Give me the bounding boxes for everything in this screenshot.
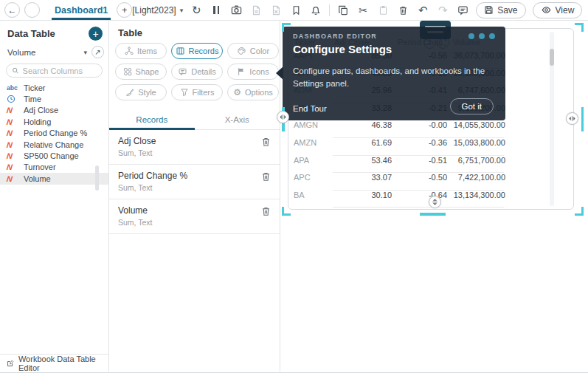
remove-record-button[interactable] [261, 171, 271, 185]
color-button[interactable]: Color [227, 43, 279, 59]
view-button[interactable]: View [533, 2, 583, 18]
scrollbar-thumb[interactable] [550, 49, 554, 66]
delete-button[interactable] [396, 4, 409, 17]
records-axis-tabs: Records X-Axis [109, 111, 280, 130]
button-label: Color [250, 47, 269, 55]
resize-handle-left[interactable] [277, 111, 289, 123]
column-item-time[interactable]: Time [0, 93, 108, 104]
redo-button[interactable]: ↷ [436, 4, 449, 17]
filters-button[interactable]: Filters [171, 84, 223, 100]
resize-handle-right[interactable] [566, 112, 578, 125]
search-input[interactable] [23, 66, 97, 75]
column-item-volume[interactable]: N Volume [0, 173, 108, 184]
cell-adj-close: 53.46 [333, 156, 392, 165]
dashboard-editor-window: ← Dashboard1 + [Light2023] ▾ ↻ [0, 0, 588, 373]
cell-volume: 15,093,800.00 [452, 138, 505, 147]
column-item-adj-close[interactable]: N Adj Close [0, 105, 108, 116]
cell-volume: 13,134,300.00 [452, 191, 505, 199]
save-icon [484, 5, 494, 15]
column-item-holding[interactable]: N Holding [0, 116, 108, 127]
open-data-table-button[interactable]: ↗ [91, 46, 104, 58]
chevron-down-icon: ▾ [180, 7, 184, 14]
paste-button[interactable] [376, 4, 390, 17]
details-button[interactable]: Details [171, 64, 223, 80]
copy-button[interactable] [336, 4, 350, 17]
options-button[interactable]: ⚙ Options [227, 84, 279, 100]
icons-button[interactable]: Icons [227, 64, 279, 80]
h-resize-icon [568, 115, 576, 122]
column-item-sp500-change[interactable]: N SP500 Change [0, 150, 108, 161]
column-label: SP500 Change [24, 151, 79, 160]
column-search[interactable] [6, 64, 103, 78]
search-icon [12, 66, 19, 75]
tab-x-axis[interactable]: X-Axis [195, 111, 280, 129]
table-scrollbar[interactable] [550, 32, 554, 206]
tab-label: Dashboard1 [55, 5, 108, 16]
table-row[interactable]: AMGN 46.38 -0.00 14,055,300.00 [288, 120, 573, 138]
table-row[interactable]: APC 33.07 -0.50 7,422,100.00 [288, 173, 573, 191]
numeric-type-icon: N [6, 106, 18, 114]
copy-icon [338, 5, 348, 16]
resize-handle-bottom[interactable] [429, 196, 441, 208]
chevron-down-icon[interactable]: ▾ [83, 49, 87, 56]
selection-corner [282, 207, 291, 216]
cell-ticker: AMZN [294, 138, 317, 147]
sidebar-scrollbar[interactable] [95, 165, 99, 191]
save-button[interactable]: Save [476, 2, 525, 18]
tour-progress-dots [468, 33, 495, 39]
workbook-data-table-editor-link[interactable]: Workbook Data Table Editor [0, 354, 108, 372]
table-row[interactable]: APA 53.46 -0.51 6,751,700.00 [288, 156, 573, 174]
record-item-volume[interactable]: Volume Sum, Text [109, 199, 280, 234]
dataset-select[interactable]: Volume [7, 48, 83, 57]
export-pdf-button[interactable] [249, 4, 263, 17]
cut-button[interactable]: ✂ [356, 4, 370, 17]
cell-ticker: AMGN [294, 120, 318, 129]
back-button[interactable]: ← [4, 2, 20, 18]
top-toolbar: ← Dashboard1 + [Light2023] ▾ ↻ [0, 0, 588, 21]
column-item-period-change[interactable]: N Period Change % [0, 128, 108, 139]
snapshot-button[interactable] [229, 4, 243, 17]
undo-button[interactable]: ↶ [416, 4, 429, 17]
home-button[interactable] [24, 2, 40, 18]
cell-adj-close: 61.69 [333, 138, 392, 147]
flag-icon [237, 67, 246, 76]
column-item-turnover[interactable]: N Turnover [0, 162, 108, 173]
column-label: Period Change % [24, 129, 87, 137]
record-item-adj-close[interactable]: Adj Close Sum, Text [109, 130, 280, 165]
brush-icon [125, 88, 134, 97]
export-excel-button[interactable] [269, 4, 283, 17]
remove-record-button[interactable] [261, 137, 271, 150]
end-tour-link[interactable]: End Tour [293, 104, 327, 113]
cell-ticker: BA [294, 191, 305, 199]
add-dashboard-button[interactable]: + [117, 2, 132, 18]
column-list: abc Ticker Time N Adj Close N Holding N … [0, 82, 108, 185]
trash-icon [261, 206, 271, 216]
record-item-period-change[interactable]: Period Change % Sum, Text [109, 165, 280, 199]
sidebar-title: Data Table [7, 28, 55, 39]
trash-icon [261, 171, 271, 182]
theme-select[interactable]: [Light2023] ▾ [132, 5, 183, 16]
tab-dashboard1[interactable]: Dashboard1 [52, 0, 111, 20]
shape-button[interactable]: Shape [115, 64, 167, 80]
record-subtitle: Sum, Text [118, 183, 271, 192]
tour-title: Configure Settings [293, 43, 495, 55]
column-label: Turnover [24, 162, 56, 171]
remove-record-button[interactable] [261, 206, 271, 219]
v-resize-icon [432, 198, 438, 206]
alerts-button[interactable] [309, 4, 322, 17]
popover-arrow [276, 66, 283, 80]
tab-records[interactable]: Records [109, 111, 195, 129]
bookmark-button[interactable] [289, 4, 302, 17]
got-it-button[interactable]: Got it [450, 98, 494, 114]
style-button[interactable]: Style [115, 84, 167, 100]
records-button[interactable]: Records [171, 43, 223, 59]
column-item-relative-change[interactable]: N Relative Change [0, 139, 108, 150]
tour-kicker: DASHBOARD EDITOR [293, 32, 495, 40]
items-button[interactable]: Items [115, 43, 167, 59]
pause-button[interactable] [210, 4, 223, 17]
column-item-ticker[interactable]: abc Ticker [0, 82, 108, 93]
table-row[interactable]: AMZN 61.69 -0.36 15,093,800.00 [288, 138, 573, 156]
refresh-button[interactable]: ↻ [190, 4, 203, 17]
add-data-table-button[interactable]: + [89, 27, 103, 41]
comment-button[interactable] [456, 4, 469, 17]
